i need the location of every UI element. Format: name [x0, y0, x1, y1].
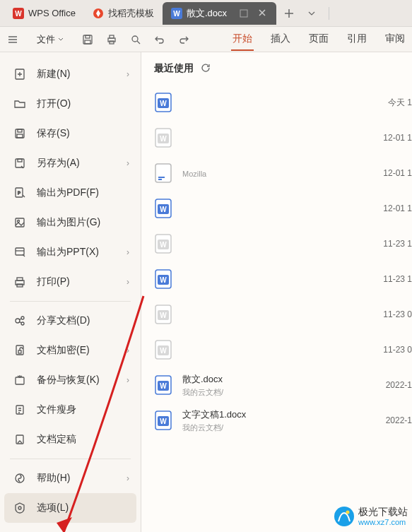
chevron-right-icon: ›	[126, 277, 129, 287]
close-icon[interactable]	[258, 8, 268, 18]
wps-icon: W	[13, 8, 24, 19]
sidebar-item-7[interactable]: 打印(P)›	[4, 267, 136, 297]
svg-text:W: W	[160, 206, 167, 213]
file-type-icon: W	[154, 92, 172, 113]
tab-document[interactable]: W 散文.docx	[163, 2, 276, 25]
file-date: 11-23 0	[383, 345, 412, 355]
sidebar-item-2[interactable]: 保存(S)	[4, 119, 136, 148]
file-date: 12-01 1	[383, 203, 412, 213]
menu-tab-review[interactable]: 审阅	[384, 28, 406, 51]
menu-tab-start[interactable]: 开始	[231, 28, 254, 51]
chevron-right-icon: ›	[126, 247, 129, 257]
svg-text:W: W	[160, 312, 167, 319]
svg-text:W: W	[160, 276, 167, 284]
divider	[10, 459, 131, 459]
sidebar-label: 新建(N)	[37, 68, 70, 81]
svg-text:W: W	[160, 100, 167, 107]
watermark-main: 极光下载站	[358, 507, 408, 517]
add-tab-button[interactable]	[279, 4, 299, 23]
word-icon: W	[171, 8, 182, 19]
file-type-icon: W	[154, 127, 172, 148]
svg-text:W: W	[160, 382, 167, 390]
file-type-icon: W	[154, 198, 172, 219]
file-row[interactable]: W今天 1	[154, 85, 412, 120]
sidebar-item-10[interactable]: 文档加密(E)›	[4, 336, 136, 365]
file-date: 12-01 1	[383, 133, 412, 143]
refresh-icon[interactable]	[201, 63, 212, 74]
sidebar-icon	[13, 156, 27, 170]
svg-text:W: W	[15, 10, 22, 18]
file-date: 2022-1	[386, 415, 412, 425]
menu-tab-ref[interactable]: 引用	[346, 28, 368, 51]
tab-docer[interactable]: 找稻壳模板	[84, 2, 163, 25]
chevron-right-icon: ›	[126, 158, 129, 168]
file-row[interactable]: Mozilla12-01 1	[154, 155, 412, 191]
svg-point-36	[18, 507, 21, 509]
preview-icon[interactable]	[129, 32, 143, 47]
svg-text:P: P	[18, 191, 20, 195]
sidebar-item-13[interactable]: 文档定稿	[4, 425, 136, 454]
file-sub: 我的云文档/	[182, 387, 386, 398]
menu-tab-insert[interactable]: 插入	[269, 28, 292, 51]
svg-text:W: W	[160, 241, 167, 249]
svg-text:W: W	[160, 135, 167, 143]
sidebar-label: 文档定稿	[37, 433, 76, 446]
file-row[interactable]: W11-23 1	[154, 261, 412, 297]
svg-point-27	[16, 319, 20, 323]
sidebar-item-15[interactable]: 帮助(H)›	[4, 463, 136, 493]
file-row[interactable]: W12-01 1	[154, 120, 412, 155]
sidebar-icon	[13, 501, 27, 515]
chevron-right-icon: ›	[126, 345, 129, 355]
file-sub: Mozilla	[182, 170, 383, 178]
file-row[interactable]: W11-23 0	[154, 332, 412, 367]
sidebar-item-4[interactable]: P输出为PDF(F)	[4, 178, 136, 208]
svg-rect-17	[16, 159, 24, 167]
sidebar-item-16[interactable]: 选项(L)	[4, 493, 136, 523]
tab-wps[interactable]: W WPS Office	[4, 2, 84, 25]
file-label: 文件	[37, 33, 55, 46]
svg-rect-16	[17, 134, 23, 138]
file-row[interactable]: W12-01 1	[154, 191, 412, 226]
file-date: 11-23 1	[383, 239, 412, 249]
sidebar-item-5[interactable]: 输出为图片(G)	[4, 208, 136, 237]
sidebar-label: 文件瘦身	[37, 403, 76, 416]
toolbar: 文件 开始 插入 页面 引用 审阅	[0, 27, 412, 52]
sidebar-item-3[interactable]: 另存为(A)›	[4, 148, 136, 178]
sidebar-label: 备份与恢复(K)	[37, 374, 100, 386]
sidebar-item-0[interactable]: 新建(N)›	[4, 59, 136, 89]
save-icon[interactable]	[81, 32, 95, 47]
svg-text:W: W	[160, 347, 167, 355]
svg-rect-5	[240, 10, 247, 17]
file-name: 文字文稿1.docx	[182, 408, 386, 421]
file-row[interactable]: W11-23 1	[154, 226, 412, 261]
sidebar-icon	[13, 343, 27, 357]
sidebar-label: 选项(L)	[37, 502, 69, 514]
tab-dropdown-icon[interactable]	[302, 4, 322, 23]
file-row[interactable]: W11-23 0	[154, 297, 412, 332]
sidebar-icon	[13, 245, 27, 259]
file-row[interactable]: W散文.docx我的云文档/2022-1	[154, 367, 412, 403]
sidebar-item-9[interactable]: 分享文档(D)	[4, 306, 136, 336]
fullscreen-icon[interactable]	[238, 8, 249, 19]
sidebar-icon	[13, 471, 27, 485]
sidebar-label: 分享文档(D)	[37, 314, 90, 327]
print-icon[interactable]	[105, 32, 119, 47]
file-type-icon: W	[154, 304, 172, 325]
chevron-right-icon: ›	[126, 69, 129, 79]
sidebar-item-1[interactable]: 打开(O)	[4, 89, 136, 119]
menu-tabs: 开始 插入 页面 引用 审阅	[231, 28, 406, 51]
sidebar-item-6[interactable]: 输出为PPT(X)›	[4, 237, 136, 267]
file-row[interactable]: W文字文稿1.docx我的云文档/2022-1	[154, 403, 412, 438]
svg-point-29	[21, 322, 24, 325]
svg-rect-21	[16, 218, 24, 227]
file-button[interactable]: 文件	[30, 30, 71, 49]
menu-tab-page[interactable]: 页面	[307, 28, 330, 51]
sidebar-label: 输出为PDF(F)	[37, 187, 99, 199]
sidebar-item-11[interactable]: 备份与恢复(K)›	[4, 365, 136, 395]
menu-icon[interactable]	[6, 32, 20, 47]
redo-icon[interactable]	[177, 32, 191, 47]
svg-point-12	[132, 36, 138, 42]
sidebar-item-12[interactable]: 文件瘦身	[4, 395, 136, 425]
svg-rect-31	[18, 350, 21, 353]
undo-icon[interactable]	[153, 32, 167, 47]
